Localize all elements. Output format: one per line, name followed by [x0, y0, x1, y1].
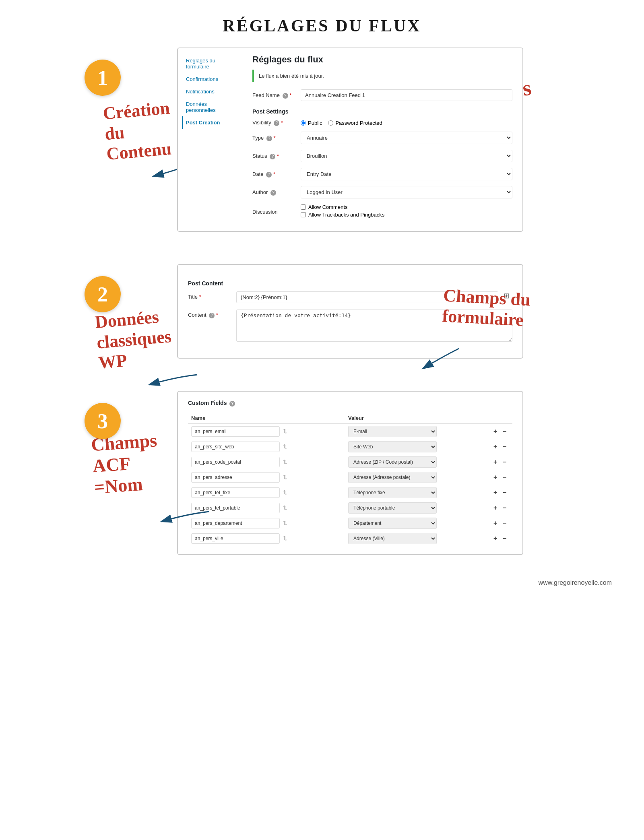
cf-add-btn-6[interactable]: +	[491, 519, 499, 528]
visibility-help[interactable]: ?	[274, 120, 279, 126]
cf-remove-btn-2[interactable]: −	[501, 458, 508, 466]
annotation-champs-form: Champs duformulaire	[442, 285, 549, 332]
cf-remove-btn-1[interactable]: −	[501, 442, 508, 451]
type-select[interactable]: Annuaire	[301, 132, 512, 144]
cf-valeur-select-2[interactable]: Adresse (ZIP / Code postal)	[348, 456, 437, 468]
cf-valeur-cell-3: Adresse (Adresse postale)	[345, 470, 488, 485]
cf-valeur-cell-0: E-mail	[345, 424, 488, 440]
cf-valeur-select-1[interactable]: Site Web	[348, 441, 437, 452]
cf-name-input-5[interactable]	[191, 503, 280, 513]
cf-remove-btn-7[interactable]: −	[501, 534, 508, 543]
date-select[interactable]: Entry Date	[301, 168, 512, 180]
cf-row-2: ⇅ Adresse (ZIP / Code postal) + −	[188, 454, 512, 470]
feed-name-label: Feed Name ? *	[252, 92, 301, 99]
cf-actions-cell-6: + −	[488, 516, 512, 531]
section1-title: Réglages du flux	[252, 54, 512, 65]
visibility-public-radio[interactable]	[301, 120, 306, 126]
cf-add-btn-3[interactable]: +	[491, 473, 499, 482]
post-title-label: Title *	[188, 291, 236, 300]
cf-name-input-1[interactable]	[191, 442, 280, 452]
cf-add-btn-2[interactable]: +	[491, 458, 499, 466]
cf-name-input-3[interactable]	[191, 472, 280, 483]
feed-name-input[interactable]	[301, 89, 512, 101]
allow-comments-checkbox[interactable]	[301, 204, 306, 210]
cf-add-btn-4[interactable]: +	[491, 488, 499, 497]
cf-remove-btn-5[interactable]: −	[501, 504, 508, 512]
section1-panel: Réglages duformulaire Confirmations Noti…	[177, 47, 523, 232]
wp-content-section1: Réglages du flux Le flux a bien été mis …	[242, 48, 522, 231]
feed-name-row: Feed Name ? *	[252, 89, 512, 101]
custom-fields-help[interactable]: ?	[229, 401, 235, 407]
cf-remove-btn-0[interactable]: −	[501, 427, 508, 436]
feed-name-help[interactable]: ?	[283, 93, 288, 99]
content-help[interactable]: ?	[209, 313, 215, 318]
cf-add-btn-5[interactable]: +	[491, 504, 499, 512]
sidebar-item-notifications[interactable]: Notifications	[182, 85, 238, 98]
allow-comments-label[interactable]: Allow Comments	[301, 204, 512, 210]
cf-row-0: ⇅ E-mail + −	[188, 424, 512, 440]
wp-notice: Le flux a bien été mis à jour.	[252, 70, 512, 82]
cf-name-cell-7: ⇅	[188, 531, 345, 546]
page-title: RÉGLAGES DU FLUX	[0, 0, 644, 47]
cf-remove-btn-6[interactable]: −	[501, 519, 508, 528]
cf-add-btn-1[interactable]: +	[491, 442, 499, 451]
cf-add-btn-0[interactable]: +	[491, 427, 499, 436]
cf-valeur-select-0[interactable]: E-mail	[348, 426, 437, 437]
visibility-public-label[interactable]: Public	[301, 120, 322, 126]
allow-trackbacks-checkbox[interactable]	[301, 212, 306, 217]
cf-valeur-select-5[interactable]: Téléphone portable	[348, 502, 437, 514]
author-help[interactable]: ?	[270, 190, 276, 196]
post-content-title: Post Content	[188, 280, 512, 287]
feed-name-field	[301, 89, 512, 101]
status-row: Status ? * Brouillon	[252, 150, 512, 162]
cf-name-input-6[interactable]	[191, 518, 280, 528]
section-2: 2 DonnéesclassiquesWP Champs duformulair…	[64, 264, 580, 359]
cf-valeur-select-4[interactable]: Téléphone fixe	[348, 487, 437, 498]
cf-remove-btn-4[interactable]: −	[501, 488, 508, 497]
date-label: Date ? *	[252, 171, 301, 177]
date-help[interactable]: ?	[266, 172, 272, 177]
cf-name-input-2[interactable]	[191, 457, 280, 467]
status-field: Brouillon	[301, 150, 512, 162]
author-select[interactable]: Logged In User	[301, 186, 512, 198]
cf-name-input-0[interactable]	[191, 426, 280, 437]
allow-trackbacks-label[interactable]: Allow Trackbacks and Pingbacks	[301, 212, 512, 218]
type-row: Type ? * Annuaire	[252, 132, 512, 144]
cf-name-cell-3: ⇅	[188, 470, 345, 485]
cf-row-6: ⇅ Département + −	[188, 516, 512, 531]
type-field: Annuaire	[301, 132, 512, 144]
annotation-donnees: DonnéesclassiquesWP	[94, 304, 192, 373]
cf-name-cell-0: ⇅	[188, 424, 345, 440]
author-label: Author ?	[252, 189, 301, 196]
sidebar-item-postcreation[interactable]: Post Creation	[182, 116, 238, 129]
section-3: 3 ChampsACF=Nom Custom Fields ? Name	[64, 391, 580, 555]
cf-name-cell-2: ⇅	[188, 454, 345, 470]
cf-valeur-cell-6: Département	[345, 516, 488, 531]
visibility-password-radio[interactable]	[328, 120, 333, 126]
cf-row-4: ⇅ Téléphone fixe + −	[188, 485, 512, 500]
step-badge-2: 2	[85, 276, 121, 312]
cf-name-input-4[interactable]	[191, 487, 280, 498]
sidebar-item-donnees[interactable]: Donnéespersonnelles	[182, 98, 238, 116]
cf-valeur-select-7[interactable]: Adresse (Ville)	[348, 533, 437, 544]
cf-name-input-7[interactable]	[191, 533, 280, 544]
status-select[interactable]: Brouillon	[301, 150, 512, 162]
cf-actions-cell-3: + −	[488, 470, 512, 485]
visibility-password-label[interactable]: Password Protected	[328, 120, 382, 126]
custom-fields-table: Name Valeur ⇅ E-mail + −	[188, 413, 512, 546]
cf-valeur-select-6[interactable]: Département	[348, 518, 437, 529]
date-row: Date ? * Entry Date	[252, 168, 512, 180]
cf-add-btn-7[interactable]: +	[491, 534, 499, 543]
sidebar-item-confirmations[interactable]: Confirmations	[182, 73, 238, 85]
sidebar-item-reglages[interactable]: Réglages duformulaire	[182, 54, 238, 73]
cf-actions-cell-0: + −	[488, 424, 512, 440]
name-col-header: Name	[188, 413, 345, 424]
post-content-label: Content ? *	[188, 310, 236, 318]
type-help[interactable]: ?	[266, 136, 272, 141]
cf-row-3: ⇅ Adresse (Adresse postale) + −	[188, 470, 512, 485]
status-help[interactable]: ?	[270, 154, 275, 159]
cf-valeur-select-3[interactable]: Adresse (Adresse postale)	[348, 472, 437, 483]
cf-valeur-cell-4: Téléphone fixe	[345, 485, 488, 500]
footer: www.gregoirenoyelle.com	[0, 571, 644, 594]
cf-remove-btn-3[interactable]: −	[501, 473, 508, 482]
